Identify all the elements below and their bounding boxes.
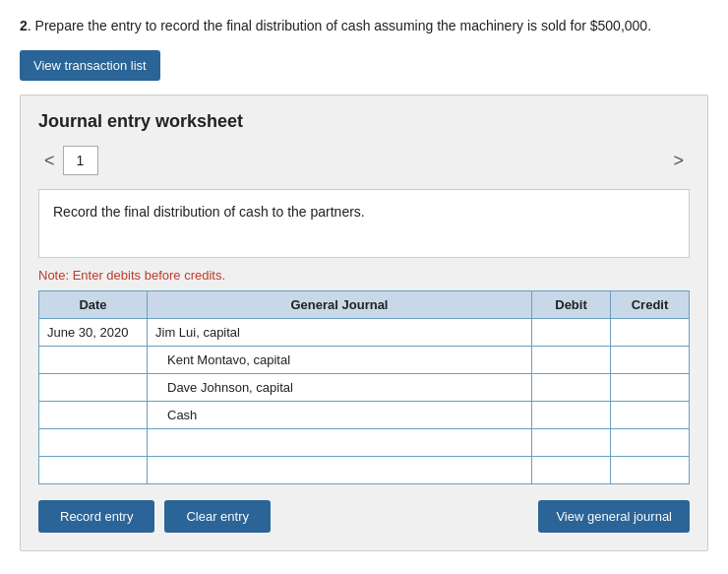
clear-entry-button[interactable]: Clear entry [164,500,271,533]
cell-debit-5[interactable] [532,457,611,484]
col-header-debit: Debit [532,291,611,319]
cell-credit-0[interactable] [611,319,690,347]
cell-credit-2[interactable] [611,374,690,402]
cell-debit-3[interactable] [532,402,611,429]
cell-debit-0[interactable] [532,319,611,347]
cell-date-4 [39,429,148,457]
question-text: 2. Prepare the entry to record the final… [20,16,708,36]
page-number: 1 [63,146,98,175]
cell-debit-4[interactable] [532,429,611,457]
table-row: June 30, 2020Jim Lui, capital [39,319,690,347]
description-box: Record the final distribution of cash to… [38,189,690,258]
cell-gj-2[interactable]: Dave Johnson, capital [148,374,532,402]
cell-date-0: June 30, 2020 [39,319,148,347]
record-entry-button[interactable]: Record entry [38,500,154,533]
cell-date-5 [39,457,148,484]
cell-credit-1[interactable] [611,347,690,374]
cell-debit-1[interactable] [532,347,611,374]
col-header-credit: Credit [611,291,690,319]
cell-credit-4[interactable] [611,429,690,457]
note-text: Note: Enter debits before credits. [38,268,690,283]
worksheet-title: Journal entry worksheet [38,111,690,132]
cell-gj-1[interactable]: Kent Montavo, capital [148,347,532,374]
buttons-row: Record entry Clear entry View general jo… [38,500,690,533]
worksheet-container: Journal entry worksheet < 1 > Record the… [20,95,708,551]
view-general-journal-button[interactable]: View general journal [538,500,690,533]
col-header-date: Date [39,291,148,319]
cell-gj-4[interactable] [148,429,532,457]
cell-date-1 [39,347,148,374]
table-row: Dave Johnson, capital [39,374,690,402]
nav-row: < 1 > [38,146,690,175]
cell-gj-5[interactable] [148,457,532,484]
cell-credit-5[interactable] [611,457,690,484]
cell-credit-3[interactable] [611,402,690,429]
journal-table: Date General Journal Debit Credit June 3… [38,290,690,484]
cell-date-3 [39,402,148,429]
nav-right-arrow[interactable]: > [667,147,690,175]
table-row [39,457,690,484]
table-row: Kent Montavo, capital [39,347,690,374]
nav-left-arrow[interactable]: < [38,147,61,175]
table-row [39,429,690,457]
cell-debit-2[interactable] [532,374,611,402]
cell-gj-0[interactable]: Jim Lui, capital [148,319,532,347]
cell-gj-3[interactable]: Cash [148,402,532,429]
view-transaction-button[interactable]: View transaction list [20,50,160,81]
col-header-gj: General Journal [148,291,532,319]
table-row: Cash [39,402,690,429]
cell-date-2 [39,374,148,402]
